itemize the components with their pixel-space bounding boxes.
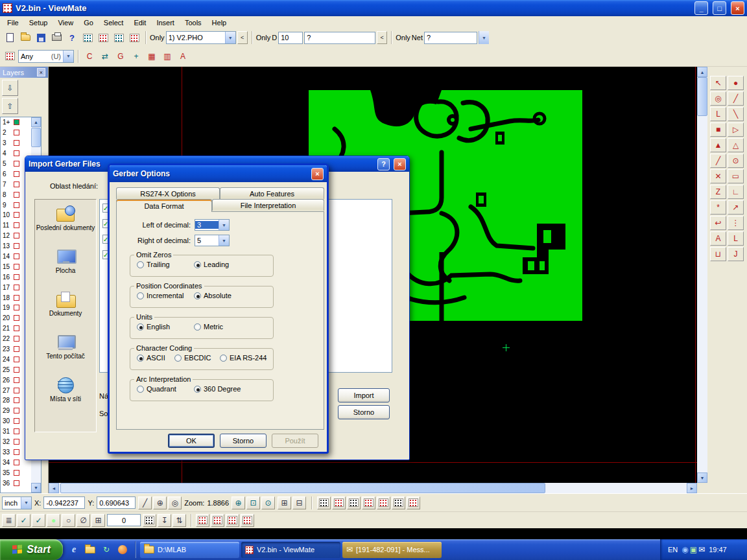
language-indicator[interactable]: EN (668, 546, 678, 554)
grid-snap-icon[interactable]: ⊟ (292, 496, 306, 509)
red-pattern1-icon[interactable] (196, 514, 209, 527)
chevron-down-icon[interactable]: ▼ (63, 51, 73, 62)
star-icon[interactable]: * (710, 200, 726, 215)
menu-item-view[interactable]: View (53, 18, 78, 28)
probe-icon[interactable]: ∅ (77, 514, 90, 527)
task-button[interactable]: [191-482-091] - Mess... (342, 542, 442, 558)
status-light-on-icon[interactable]: ● (47, 514, 60, 527)
layer-swatch[interactable] (14, 408, 19, 414)
context-help-icon[interactable]: ? (65, 30, 79, 45)
dcode-input[interactable] (278, 32, 303, 44)
layer-swatch[interactable] (14, 233, 19, 239)
layer-swatch[interactable] (14, 367, 19, 373)
layer-stack-icon[interactable]: ≣ (2, 514, 16, 527)
right-decimal-select[interactable]: 5 ▼ (195, 235, 230, 246)
x-coordinate-input[interactable] (43, 496, 85, 509)
layer-prev-button[interactable]: < (237, 31, 248, 44)
scroll-thumb[interactable] (697, 77, 707, 116)
layer-swatch[interactable] (14, 285, 19, 290)
anchor-icon[interactable]: ↧ (158, 514, 171, 527)
scroll-down-icon[interactable]: ▼ (697, 472, 707, 483)
radio-absolute[interactable]: Absolute (194, 292, 231, 299)
layer-swatch[interactable] (14, 428, 19, 434)
triangle-icon[interactable]: △ (728, 138, 744, 152)
draw-arrow-icon[interactable]: ↗ (728, 200, 744, 215)
layer-swatch[interactable] (14, 274, 19, 280)
measure-diagonal-icon[interactable]: ╱ (138, 496, 152, 509)
print-icon[interactable] (49, 30, 64, 45)
line-icon[interactable]: ╱ (728, 91, 744, 106)
chevron-down-icon[interactable]: ▼ (219, 220, 229, 230)
layer-table-icon[interactable] (112, 30, 126, 45)
slash-icon[interactable]: ╲ (728, 107, 744, 121)
menu-item-setup[interactable]: Setup (24, 18, 53, 28)
text-l-icon[interactable]: L (728, 231, 744, 246)
lang-globe-icon[interactable]: ◉ (682, 546, 688, 554)
left-decimal-select[interactable]: 3 ▼ (195, 219, 230, 231)
radio-leading[interactable]: Leading (194, 261, 229, 268)
via-display-icon[interactable] (347, 496, 361, 509)
menu-item-insert[interactable]: Insert (151, 18, 180, 28)
apply-button[interactable]: Použít (272, 434, 318, 448)
menu-item-tools[interactable]: Tools (180, 18, 207, 28)
net-filter-input[interactable] (424, 32, 477, 44)
scroll-left-icon[interactable]: ◄ (49, 483, 59, 493)
radio-metric[interactable]: Metric (194, 323, 223, 331)
move-layer-down-icon[interactable]: ⇩ (2, 80, 18, 96)
chevron-down-icon[interactable]: ▼ (225, 32, 235, 43)
minimize-button[interactable]: _ (694, 1, 708, 15)
canvas-hscrollbar[interactable]: ◄ ► (49, 483, 697, 493)
import-cancel-button[interactable]: Storno (338, 405, 390, 419)
explorer-folder-icon[interactable] (84, 544, 96, 555)
zoom-window-icon[interactable]: ⊡ (246, 496, 260, 509)
select-pattern-icon[interactable] (377, 496, 390, 509)
red-pattern2-icon[interactable] (211, 514, 224, 527)
layer-swatch[interactable] (14, 202, 19, 208)
layer-swatch[interactable] (14, 119, 19, 125)
layer-swatch[interactable] (14, 356, 19, 362)
play-icon[interactable]: ▷ (728, 122, 744, 137)
origin-icon[interactable]: ⊕ (153, 496, 167, 509)
status-light-off-icon[interactable]: ○ (62, 514, 75, 527)
scroll-right-icon[interactable]: ► (687, 483, 697, 493)
u-shape-icon[interactable]: ⊔ (710, 247, 726, 261)
save-icon[interactable] (34, 30, 48, 45)
text-a-icon[interactable]: A (710, 231, 726, 246)
check-icon[interactable]: ✓ (17, 514, 30, 527)
mirror-icon[interactable]: ▲ (710, 138, 726, 152)
flash-display-icon[interactable] (362, 496, 375, 509)
close-button[interactable]: × (731, 1, 744, 15)
cut-icon[interactable]: ✕ (710, 169, 726, 183)
layer-swatch[interactable] (14, 181, 19, 187)
layer-swatch[interactable] (14, 264, 19, 270)
updown-icon[interactable]: ⇅ (172, 514, 186, 527)
menu-item-edit[interactable]: Edit (128, 18, 151, 28)
corner-icon[interactable]: ∟ (728, 185, 744, 199)
scroll-up-icon[interactable]: ▲ (31, 117, 41, 127)
target-icon[interactable]: ◎ (168, 496, 182, 509)
film-box-icon[interactable] (127, 30, 141, 45)
tab-auto-features[interactable]: Auto Features (220, 187, 324, 199)
layer-swatch[interactable] (14, 171, 19, 177)
layer-swatch[interactable] (14, 315, 19, 321)
h-pattern-icon[interactable]: ▦ (145, 49, 159, 64)
task-button[interactable]: D:\MLAB (140, 542, 239, 558)
counter-input[interactable] (107, 514, 141, 526)
polyline-icon[interactable]: L (710, 107, 726, 121)
clock[interactable]: 19:47 (709, 546, 727, 554)
radio-english[interactable]: English (137, 323, 194, 331)
layer-row[interactable]: 35 (1, 467, 32, 478)
tray-mail-icon[interactable]: ✉ (698, 546, 705, 554)
cancel-button[interactable]: Storno (220, 434, 267, 448)
layer-swatch[interactable] (14, 336, 19, 342)
layer-swatch[interactable] (14, 480, 19, 486)
dcode-prev-button[interactable]: < (377, 31, 387, 44)
layer-swatch[interactable] (14, 150, 19, 156)
grid-small-icon[interactable]: ⊞ (91, 514, 105, 527)
swap-arrows-icon[interactable]: ⇄ (98, 49, 112, 64)
radio-quadrant[interactable]: Quadrant (137, 385, 194, 393)
place-desktop[interactable]: Plocha (35, 242, 96, 285)
layer-swatch[interactable] (14, 397, 19, 403)
net-dropdown-icon[interactable]: ▼ (479, 31, 489, 44)
layer-swatch[interactable] (14, 346, 19, 352)
